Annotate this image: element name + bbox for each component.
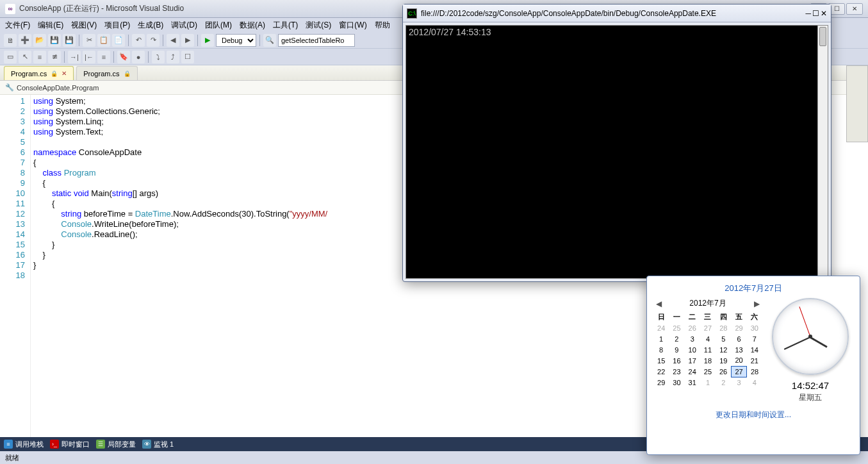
cal-day[interactable]: 19 (716, 355, 731, 366)
cal-day[interactable]: 5 (716, 333, 731, 344)
sel-icon[interactable]: ▭ (4, 51, 17, 63)
console-window[interactable]: C:\ file:///D:/2012code/szg/ConsoleApp/C… (402, 4, 831, 282)
toggle-icon[interactable]: ☐ (181, 51, 194, 63)
redo-icon[interactable]: ↷ (147, 34, 160, 47)
cal-month[interactable]: 2012年7月 (689, 298, 726, 309)
cal-day[interactable]: 20 (731, 355, 746, 366)
find-icon[interactable]: 🔍 (263, 34, 276, 47)
nav-fwd-icon[interactable]: ▶ (181, 34, 194, 47)
save-all-icon[interactable]: 💾 (63, 34, 76, 47)
cal-day[interactable]: 27 (700, 322, 716, 333)
tab-program-inactive[interactable]: Program.cs 🔒 (76, 66, 137, 80)
cal-day[interactable]: 4 (700, 333, 716, 344)
new-project-icon[interactable]: 🗎 (4, 34, 17, 47)
solution-explorer-collapsed[interactable] (846, 65, 868, 142)
uncomment-icon[interactable]: ≢ (48, 51, 61, 63)
config-select[interactable]: Debug (216, 34, 256, 47)
cal-day[interactable]: 29 (731, 322, 746, 333)
cal-day[interactable]: 25 (669, 322, 684, 333)
cal-day[interactable]: 21 (747, 355, 762, 366)
cal-day[interactable]: 11 (700, 344, 716, 355)
add-item-icon[interactable]: ➕ (19, 34, 31, 47)
cal-day[interactable]: 25 (700, 366, 716, 377)
cal-day[interactable]: 30 (747, 322, 762, 333)
step-over-icon[interactable]: ⤴ (167, 51, 179, 63)
cal-day[interactable]: 9 (669, 344, 684, 355)
cal-day[interactable]: 14 (747, 344, 762, 355)
indent-icon[interactable]: →| (68, 51, 81, 63)
cal-day[interactable]: 30 (669, 377, 684, 388)
comment-icon[interactable]: ≡ (33, 51, 46, 63)
callstack-tool[interactable]: ≡调用堆栈 (4, 440, 44, 449)
watch-tool[interactable]: 👁监视 1 (142, 440, 174, 449)
menu-item[interactable]: 数据(A) (237, 19, 268, 32)
cal-day[interactable]: 3 (685, 333, 700, 344)
cal-day[interactable]: 13 (731, 344, 746, 355)
cal-day[interactable]: 31 (685, 377, 700, 388)
cal-day[interactable]: 28 (716, 322, 731, 333)
search-input[interactable] (278, 34, 355, 47)
immediate-tool[interactable]: ›_即时窗口 (50, 440, 90, 449)
pointer-icon[interactable]: ↖ (19, 51, 31, 63)
cal-day[interactable]: 3 (731, 377, 746, 388)
cal-day[interactable]: 4 (747, 377, 762, 388)
save-icon[interactable]: 💾 (48, 34, 61, 47)
menu-item[interactable]: 生成(B) (135, 19, 166, 32)
menu-item[interactable]: 项目(P) (102, 19, 133, 32)
step-icon[interactable]: ⤵ (152, 51, 165, 63)
menu-item[interactable]: 团队(M) (202, 19, 234, 32)
menu-item[interactable]: 测试(S) (303, 19, 334, 32)
outdent-icon[interactable]: |← (83, 51, 95, 63)
cal-day[interactable]: 24 (653, 322, 669, 333)
cal-day[interactable]: 23 (669, 366, 684, 377)
console-scrollbar[interactable] (817, 26, 828, 278)
cal-day[interactable]: 26 (685, 322, 700, 333)
menu-item[interactable]: 视图(V) (69, 19, 99, 32)
cal-day[interactable]: 22 (653, 366, 669, 377)
menu-item[interactable]: 窗口(W) (336, 19, 369, 32)
cal-day[interactable]: 1 (700, 377, 716, 388)
cal-day[interactable]: 1 (653, 333, 669, 344)
nav-back-icon[interactable]: ◀ (167, 34, 179, 47)
cal-day[interactable]: 24 (685, 366, 700, 377)
cut-icon[interactable]: ✂ (83, 34, 95, 47)
cal-day[interactable]: 10 (685, 344, 700, 355)
breakpoint-icon[interactable]: ● (132, 51, 145, 63)
menu-item[interactable]: 工具(T) (270, 19, 300, 32)
locals-tool[interactable]: ☰局部变量 (96, 440, 136, 449)
tab-program-active[interactable]: Program.cs 🔒 ✕ (4, 66, 74, 80)
menu-item[interactable]: 编辑(E) (35, 19, 66, 32)
cal-day[interactable]: 28 (747, 366, 762, 377)
start-debug-icon[interactable]: ▶ (201, 34, 214, 47)
bookmark-icon[interactable]: 🔖 (117, 51, 130, 63)
cal-day[interactable]: 17 (685, 355, 700, 366)
console-max-button[interactable]: ☐ (812, 9, 819, 18)
console-close-button[interactable]: ✕ (821, 9, 827, 18)
cal-day[interactable]: 6 (731, 333, 746, 344)
console-output[interactable]: 2012/07/27 14:53:13 (405, 25, 828, 279)
menu-item[interactable]: 文件(F) (3, 19, 33, 32)
cal-day[interactable]: 2 (716, 377, 731, 388)
cal-day[interactable]: 29 (653, 377, 669, 388)
console-min-button[interactable]: ─ (805, 9, 811, 18)
cal-day[interactable]: 2 (669, 333, 684, 344)
cal-next-icon[interactable]: ▶ (751, 299, 762, 308)
cal-day[interactable]: 7 (747, 333, 762, 344)
tab-close-icon[interactable]: ✕ (61, 70, 67, 77)
cal-day[interactable]: 8 (653, 344, 669, 355)
format-icon[interactable]: ≡ (97, 51, 110, 63)
undo-icon[interactable]: ↶ (132, 34, 145, 47)
cal-day[interactable]: 26 (716, 366, 731, 377)
menu-item[interactable]: 调试(D) (168, 19, 200, 32)
open-icon[interactable]: 📂 (33, 34, 46, 47)
cal-day[interactable]: 12 (716, 344, 731, 355)
cal-prev-icon[interactable]: ◀ (653, 299, 664, 308)
change-datetime-link[interactable]: 更改日期和时间设置... (653, 410, 853, 420)
cal-day[interactable]: 27 (731, 366, 746, 377)
paste-icon[interactable]: 📄 (112, 34, 125, 47)
cal-day[interactable]: 16 (669, 355, 684, 366)
cal-day[interactable]: 15 (653, 355, 669, 366)
copy-icon[interactable]: 📋 (97, 34, 110, 47)
close-button[interactable]: ✕ (846, 3, 863, 15)
menu-item[interactable]: 帮助 (372, 19, 393, 32)
